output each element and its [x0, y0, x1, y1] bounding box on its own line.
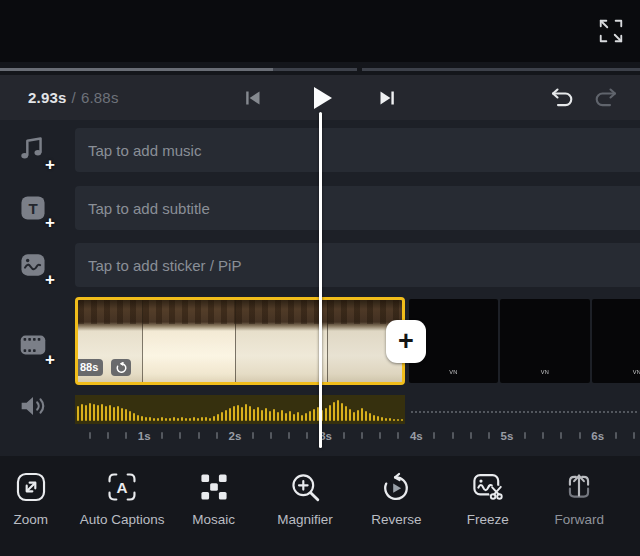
subtitle-track-row[interactable]: Tap to add subtitle — [75, 186, 640, 230]
waveform-bar — [309, 411, 311, 421]
next-video-clip[interactable]: VN VN VN — [409, 299, 640, 383]
ruler-tick — [433, 432, 435, 439]
tool-label: Mosaic — [171, 511, 257, 528]
tool-label: Auto Captions — [79, 511, 165, 528]
waveform-bar — [133, 413, 135, 421]
next-frame-button[interactable] — [372, 75, 402, 120]
waveform-bar — [241, 407, 243, 421]
plus-badge-icon: + — [45, 156, 55, 173]
add-sticker-button[interactable]: + — [14, 246, 52, 284]
waveform-bar — [249, 406, 251, 421]
freeze-icon — [471, 470, 505, 504]
waveform-bar — [237, 405, 239, 421]
waveform-bar — [369, 413, 371, 421]
redo-icon — [593, 85, 619, 111]
selected-video-clip[interactable]: 88s — [75, 297, 405, 385]
waveform-bar — [189, 418, 191, 421]
waveform-bar — [297, 412, 299, 421]
waveform-bar — [185, 418, 187, 421]
tool-zoom[interactable]: Zoom — [0, 465, 76, 528]
seekbar[interactable] — [0, 62, 640, 75]
waveform-bar — [89, 403, 91, 421]
tool-freeze[interactable]: Freeze — [442, 465, 533, 528]
reverse-icon — [379, 470, 413, 504]
fullscreen-expand-icon — [597, 17, 625, 45]
waveform-bar — [261, 410, 263, 421]
tool-reverse[interactable]: Reverse — [351, 465, 442, 528]
audio-waveform[interactable] — [75, 395, 405, 424]
ruler-tick — [288, 432, 290, 439]
waveform-bar — [329, 405, 331, 421]
add-clip-track-button[interactable]: + — [14, 326, 52, 364]
waveform-bar — [337, 400, 339, 421]
waveform-bar — [353, 412, 355, 421]
ruler-tick — [252, 432, 254, 439]
tool-label: Forward — [536, 511, 622, 528]
seekbar-clip-gap — [357, 68, 362, 71]
waveform-bar — [81, 404, 83, 421]
toolbar-row: Zoom A Auto Captions — [0, 465, 625, 528]
clip-volume-button[interactable] — [14, 387, 52, 425]
ruler-tick — [125, 432, 127, 439]
video-preview[interactable] — [0, 0, 640, 62]
waveform-bar — [217, 414, 219, 421]
clip-thumbnail: VN — [592, 299, 640, 383]
waveform-bar — [373, 415, 375, 421]
waveform-bar — [365, 411, 367, 421]
ruler-tick — [542, 432, 544, 439]
waveform-bar — [301, 415, 303, 421]
ruler-tick — [633, 432, 635, 439]
tool-forward[interactable]: Forward — [534, 465, 625, 528]
tool-mosaic[interactable]: Mosaic — [168, 465, 259, 528]
waveform-bar — [221, 412, 223, 421]
waveform-bar — [349, 409, 351, 421]
svg-text:T: T — [28, 200, 38, 217]
waveform-bar — [77, 406, 79, 421]
waveform-bar — [93, 404, 95, 421]
tool-label: Reverse — [353, 511, 439, 528]
clip-thumbnail: VN — [500, 299, 590, 383]
playhead — [319, 112, 322, 448]
next-frame-icon — [376, 87, 398, 109]
waveform-bar — [325, 408, 327, 421]
waveform-bar — [357, 410, 359, 421]
current-time: 2.93s — [28, 89, 67, 106]
mosaic-icon — [198, 471, 230, 503]
music-track-row[interactable]: Tap to add music — [75, 128, 640, 172]
waveform-bar — [281, 410, 283, 421]
loop-icon — [115, 361, 128, 374]
add-text-button[interactable]: T + — [14, 189, 52, 227]
undo-button[interactable] — [546, 75, 578, 120]
waveform-bar — [385, 418, 387, 421]
waveform-empty-dots — [411, 411, 637, 413]
ruler-second-label: 2s — [228, 429, 241, 444]
tool-auto-captions[interactable]: A Auto Captions — [76, 465, 167, 528]
waveform-bar — [393, 419, 395, 421]
tool-magnifier[interactable]: Magnifier — [259, 465, 350, 528]
waveform-bar — [141, 416, 143, 421]
waveform-bar — [213, 416, 215, 421]
waveform-bar — [209, 418, 211, 421]
tool-label: Zoom — [0, 511, 74, 528]
sticker-track-row[interactable]: Tap to add sticker / PiP — [75, 243, 640, 287]
waveform-bar — [153, 418, 155, 421]
waveform-bar — [117, 406, 119, 421]
bottom-toolbar: Zoom A Auto Captions — [0, 456, 640, 556]
fullscreen-button[interactable] — [594, 14, 628, 48]
previous-frame-button[interactable] — [238, 75, 268, 120]
magnifier-icon — [288, 470, 322, 504]
waveform-bar — [253, 409, 255, 421]
waveform-bar — [181, 417, 183, 421]
undo-icon — [549, 85, 575, 111]
ruler-second-label: 5s — [501, 429, 514, 444]
redo-button[interactable] — [590, 75, 622, 120]
ruler-tick — [488, 432, 490, 439]
plus-badge-icon: + — [45, 351, 55, 368]
waveform-bar — [177, 418, 179, 421]
add-music-button[interactable]: + — [14, 131, 52, 169]
add-clip-button[interactable]: + — [386, 320, 426, 363]
waveform-bar — [173, 417, 175, 421]
ruler-second-label: 4s — [410, 429, 423, 444]
waveform-bar — [225, 410, 227, 421]
zoom-icon — [14, 470, 48, 504]
